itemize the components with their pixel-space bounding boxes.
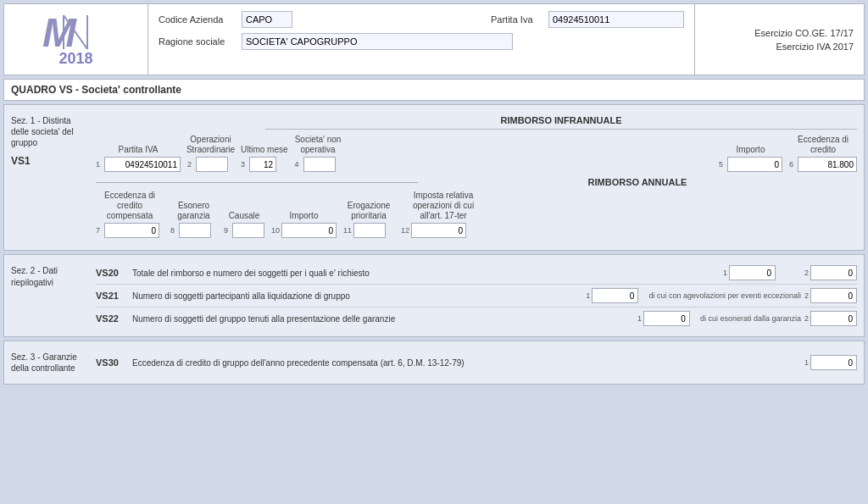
sez2-content: VS20 Totale del rimborso e numero dei so… [96, 262, 857, 330]
vs21-desc: Numero di soggetti partecipanti alla liq… [132, 291, 579, 301]
field-ultimo-mese: Ultimo mese 3 [241, 135, 288, 172]
svg-text:M: M [42, 11, 77, 53]
sez1-top-fields: Partita IVA 1 Operazioni Straordinarie 2 [96, 135, 857, 172]
sez3-content: VS30 Eccedenza di credito di gruppo dell… [96, 355, 857, 370]
vs1-code: VS1 [11, 155, 89, 169]
vs22-middle-text: di cui esonerati dalla garanzia [700, 314, 801, 324]
sez3-panel: Sez. 3 - Garanzie della controllante VS3… [3, 341, 865, 385]
codice-row: Codice Azienda Partita Iva [159, 11, 684, 28]
val7[interactable] [104, 223, 159, 238]
vs30-desc: Eccedenza di credito di gruppo dell'anno… [132, 358, 798, 368]
val10[interactable] [281, 223, 337, 238]
vs21-input1[interactable] [592, 288, 638, 303]
header-bar: M 2018 Codice Azienda Partita Iva Ragion… [3, 3, 865, 75]
logo-year: 2018 [58, 50, 92, 68]
vs22-field1: 1 [637, 311, 690, 326]
sez1-bottom-fields: Eccedenza di credito compensata 7 Esoner… [96, 191, 857, 238]
esercizio-coge: Esercizio CO.GE. 17/17 [754, 28, 854, 38]
field-importo2: Importo 10 [271, 201, 337, 238]
col-importo2-label: Importo [271, 201, 337, 221]
esercizio-iva: Esercizio IVA 2017 [776, 42, 854, 52]
vs30-fields: 1 [804, 355, 857, 370]
field-imposta: Imposta relativa operazioni di cui all'a… [401, 191, 486, 238]
vs30-input1[interactable] [810, 355, 857, 370]
logo-icon: M [38, 11, 114, 53]
vs20-field1: 1 [723, 265, 776, 280]
vs21-input2[interactable] [810, 288, 857, 303]
val12[interactable] [411, 223, 466, 238]
col-causale-label: Causale [224, 201, 264, 221]
ultimo-mese-field: 3 [241, 157, 288, 172]
importo-field: 5 [719, 157, 782, 172]
field-societa-non-op: Societa' non operativa 4 [295, 135, 342, 172]
val9[interactable] [232, 223, 264, 238]
vs22-code: VS22 [96, 313, 125, 324]
ecc-compensata-field: 7 [96, 223, 164, 238]
rimborso-infrannuale-title: RIMBORSO INFRANNUALE [265, 112, 857, 130]
vs20-desc: Totale del rimborso e numero dei soggett… [132, 269, 716, 278]
val-partita-iva[interactable] [104, 157, 181, 172]
col-societa-non-op-label: Societa' non operativa [295, 135, 342, 155]
val-op-straord[interactable] [196, 157, 228, 172]
vs30-field1: 1 [804, 355, 857, 370]
field-erogazione: Erogazione prioritaria 11 [343, 201, 394, 238]
col-eccedenza-label: Eccedenza di credito [789, 135, 857, 155]
vs20-field2: 2 [804, 265, 857, 280]
vs22-field2: 2 [804, 311, 857, 326]
vs20-row: VS20 Totale del rimborso e numero dei so… [96, 262, 857, 285]
esonero-field: 8 [170, 223, 217, 238]
vs22-input2[interactable] [810, 311, 857, 326]
vs30-code: VS30 [96, 357, 125, 368]
partita-iva-header-input[interactable] [548, 11, 684, 28]
field-esonero: Esonero garanzia 8 [170, 201, 217, 238]
vs20-input2[interactable] [810, 265, 857, 280]
codice-input[interactable] [242, 11, 292, 28]
sez1-content: RIMBORSO INFRANNUALE Partita IVA 1 Opera… [96, 112, 857, 243]
val-societa-non-op[interactable] [303, 157, 336, 172]
vs21-row: VS21 Numero di soggetti partecipanti all… [96, 285, 857, 307]
vs20-code: VS20 [96, 268, 125, 278]
sez2-panel: Sez. 2 - Dati riepilogativi VS20 Totale … [3, 254, 865, 337]
importo2-field: 10 [271, 223, 337, 238]
sez1-panel: Sez. 1 - Distinta delle societa' del gru… [3, 104, 865, 251]
vs22-desc: Numero di soggetti del gruppo tenuti all… [132, 314, 631, 324]
val8[interactable] [179, 223, 211, 238]
vs22-row: VS22 Numero di soggetti del gruppo tenut… [96, 307, 857, 330]
vs20-fields: 1 2 [723, 265, 857, 280]
field-op-straord: Operazioni Straordinarie 2 [187, 135, 234, 172]
rimborso-annuale-title: RIMBORSO ANNUALE [418, 177, 857, 187]
col-op-straord-label: Operazioni Straordinarie [187, 135, 234, 155]
ragione-label: Ragione sociale [159, 36, 235, 47]
val11[interactable] [353, 223, 386, 238]
val-eccedenza[interactable] [798, 157, 857, 172]
col-imposta-label: Imposta relativa operazioni di cui all'a… [401, 191, 486, 221]
vs21-code: VS21 [96, 291, 125, 301]
vs22-input1[interactable] [643, 311, 690, 326]
ragione-input[interactable] [242, 33, 513, 50]
vs22-fields: 1 di cui esonerati dalla garanzia 2 [637, 311, 857, 326]
header-info: Esercizio CO.GE. 17/17 Esercizio IVA 201… [694, 4, 864, 75]
col-ecc-compensata-label: Eccedenza di credito compensata [96, 191, 164, 221]
codice-label: Codice Azienda [159, 14, 235, 25]
erogazione-field: 11 [343, 223, 394, 238]
op-straord-field: 2 [187, 157, 234, 172]
field-ecc-compensata: Eccedenza di credito compensata 7 [96, 191, 164, 238]
societa-non-op-field: 4 [295, 157, 342, 172]
val-ultimo-mese[interactable] [249, 157, 276, 172]
val-importo[interactable] [727, 157, 782, 172]
sez2-label: Sez. 2 - Dati riepilogativi [11, 262, 96, 330]
sez3-label: Sez. 3 - Garanzie della controllante [11, 348, 96, 377]
vs21-field1: 1 [586, 288, 638, 303]
col-importo-label: Importo [719, 135, 782, 155]
vs21-fields: 1 di cui con agevolazioni per eventi ecc… [586, 288, 857, 303]
ragione-row: Ragione sociale [159, 33, 684, 50]
field-eccedenza: Eccedenza di credito 6 [789, 135, 857, 172]
vs20-input1[interactable] [729, 265, 776, 280]
partita-iva-field: 1 [96, 157, 181, 172]
eccedenza-field: 6 [789, 157, 857, 172]
col-erogazione-label: Erogazione prioritaria [343, 201, 394, 221]
col-partita-iva-label: Partita IVA [96, 135, 181, 155]
sez1-label: Sez. 1 - Distinta delle societa' del gru… [11, 112, 96, 243]
divider-row: RIMBORSO ANNUALE [96, 177, 857, 187]
quadro-title: QUADRO VS - Societa' controllante [3, 79, 865, 101]
